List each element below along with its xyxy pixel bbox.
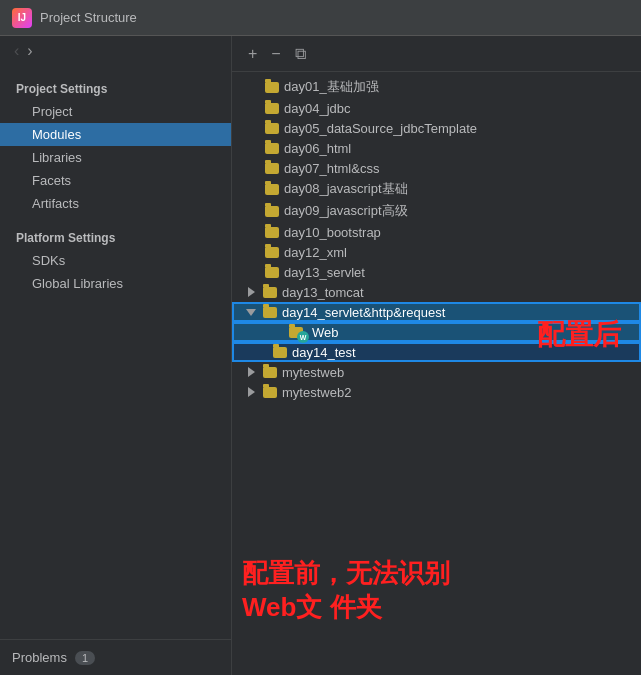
sidebar-item-global-libraries[interactable]: Global Libraries [0, 272, 231, 295]
folder-icon [264, 160, 280, 176]
folder-icon [264, 100, 280, 116]
sidebar-item-sdks[interactable]: SDKs [0, 249, 231, 272]
nav-back-button[interactable]: ‹ [12, 42, 21, 60]
problems-bar[interactable]: Problems 1 [0, 639, 231, 675]
tree-label: day13_tomcat [282, 285, 364, 300]
folder-icon [264, 181, 280, 197]
tree-label: day14_servlet&http&request [282, 305, 445, 320]
tree-item-day01[interactable]: day01_基础加强 [232, 76, 641, 98]
tree-item-day08[interactable]: day08_javascript基础 [232, 178, 641, 200]
expand-arrow-icon [244, 384, 258, 400]
folder-icon [262, 304, 278, 320]
tree-item-day06[interactable]: day06_html [232, 138, 641, 158]
tree-item-day13t[interactable]: day13_tomcat [232, 282, 641, 302]
tree-label: day13_servlet [284, 265, 365, 280]
folder-icon [264, 224, 280, 240]
title-bar-text: Project Structure [40, 10, 137, 25]
tree-label: mytestweb [282, 365, 344, 380]
expand-arrow-icon [244, 364, 258, 380]
tree-label: day05_dataSource_jdbcTemplate [284, 121, 477, 136]
folder-icon [262, 284, 278, 300]
sidebar-item-project[interactable]: Project [0, 100, 231, 123]
file-tree: day01_基础加强 day04_jdbc day05_dataSource_j… [232, 72, 641, 675]
tree-item-day09[interactable]: day09_javascript高级 [232, 200, 641, 222]
tree-label: day06_html [284, 141, 351, 156]
tree-label: mytestweb2 [282, 385, 351, 400]
platform-settings-header: Platform Settings [0, 223, 231, 249]
sidebar: ‹ › Project Settings Project Modules Lib… [0, 36, 232, 675]
tree-item-day14test[interactable]: day14_test [232, 342, 641, 362]
tree-item-day14[interactable]: day14_servlet&http&request [232, 302, 641, 322]
content-area: + − ⧉ day01_基础加强 day04_jdbc [232, 36, 641, 675]
tree-item-day04[interactable]: day04_jdbc [232, 98, 641, 118]
add-button[interactable]: + [244, 43, 261, 65]
sidebar-item-artifacts[interactable]: Artifacts [0, 192, 231, 215]
tree-label: day12_xml [284, 245, 347, 260]
tree-label: day09_javascript高级 [284, 202, 408, 220]
folder-icon [264, 140, 280, 156]
tree-item-day10[interactable]: day10_bootstrap [232, 222, 641, 242]
tree-label: day01_基础加强 [284, 78, 379, 96]
sidebar-item-modules[interactable]: Modules [0, 123, 231, 146]
main-container: ‹ › Project Settings Project Modules Lib… [0, 36, 641, 675]
folder-icon [272, 344, 288, 360]
tree-item-day05[interactable]: day05_dataSource_jdbcTemplate [232, 118, 641, 138]
sidebar-nav: ‹ › [0, 36, 231, 66]
folder-icon [264, 79, 280, 95]
tree-label: day07_html&css [284, 161, 379, 176]
folder-icon [264, 120, 280, 136]
problems-badge: 1 [75, 651, 95, 665]
tree-item-day07[interactable]: day07_html&css [232, 158, 641, 178]
tree-label: day10_bootstrap [284, 225, 381, 240]
tree-item-mytestweb[interactable]: mytestweb [232, 362, 641, 382]
web-folder-icon: W [288, 324, 304, 340]
sidebar-content: Project Settings Project Modules Librari… [0, 66, 231, 639]
folder-icon [264, 203, 280, 219]
folder-icon [264, 264, 280, 280]
tree-item-web[interactable]: W Web [232, 322, 641, 342]
nav-forward-button[interactable]: › [25, 42, 34, 60]
tree-item-day12[interactable]: day12_xml [232, 242, 641, 262]
sidebar-item-libraries[interactable]: Libraries [0, 146, 231, 169]
folder-icon [262, 364, 278, 380]
copy-button[interactable]: ⧉ [291, 43, 310, 65]
content-toolbar: + − ⧉ [232, 36, 641, 72]
project-settings-header: Project Settings [0, 74, 231, 100]
tree-item-mytestweb2[interactable]: mytestweb2 [232, 382, 641, 402]
sidebar-item-facets[interactable]: Facets [0, 169, 231, 192]
tree-label: day04_jdbc [284, 101, 351, 116]
folder-icon [262, 384, 278, 400]
folder-icon [264, 244, 280, 260]
expand-arrow-icon [244, 284, 258, 300]
web-badge: W [297, 331, 309, 343]
title-bar: IJ Project Structure [0, 0, 641, 36]
tree-label: Web [312, 325, 339, 340]
tree-label: day14_test [292, 345, 356, 360]
remove-button[interactable]: − [267, 43, 284, 65]
tree-label: day08_javascript基础 [284, 180, 408, 198]
expand-arrow-down-icon [244, 304, 258, 320]
app-logo: IJ [12, 8, 32, 28]
problems-label: Problems [12, 650, 67, 665]
tree-item-day13s[interactable]: day13_servlet [232, 262, 641, 282]
